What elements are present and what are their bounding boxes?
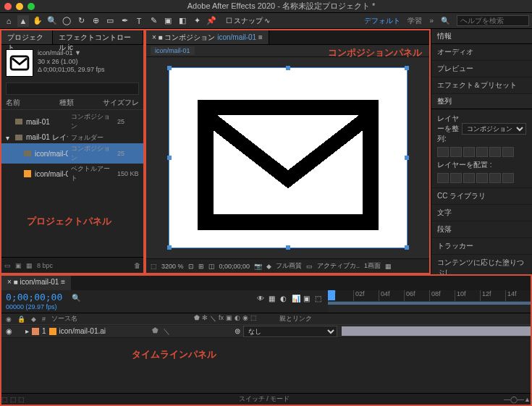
zoom-tool[interactable]: 🔍	[46, 15, 58, 27]
tab-effect-controls[interactable]: エフェクトコントロール ic	[53, 30, 143, 44]
viewer[interactable]	[146, 57, 429, 258]
help-search[interactable]	[457, 15, 529, 26]
panel-paragraph[interactable]: 段落	[431, 221, 532, 238]
shy-toggle[interactable]: ⬟	[152, 326, 159, 337]
trash-icon[interactable]: 🗑	[134, 262, 140, 269]
playhead[interactable]	[328, 290, 335, 300]
panel-preview[interactable]: プレビュー	[431, 61, 532, 77]
pickwhip-icon[interactable]: ⊚	[235, 327, 240, 335]
align-vcenter-icon[interactable]	[489, 147, 501, 157]
project-item[interactable]: icon/mail-01 コンポジション 25	[1, 143, 143, 164]
camera-dropdown[interactable]: アクティブカ..	[317, 261, 360, 271]
dist-6-icon[interactable]	[502, 173, 514, 183]
canvas[interactable]	[169, 67, 408, 248]
puppet-tool[interactable]: 📌	[206, 15, 217, 27]
render-icon[interactable]: ⬚	[315, 295, 324, 303]
view-options-icon[interactable]: ▦	[385, 263, 392, 270]
col-size[interactable]: サイズ	[103, 98, 124, 108]
project-item[interactable]: ▾ mail-01 レイヤー フォルダー	[1, 132, 143, 143]
frame-blend-icon[interactable]: ▦	[269, 295, 277, 303]
close-window-button[interactable]	[4, 3, 12, 10]
align-top-icon[interactable]	[476, 147, 488, 157]
parent-col[interactable]: 親とリンク	[279, 314, 337, 323]
workspace-more[interactable]: »	[429, 17, 434, 25]
zoom-value[interactable]: 3200 %	[161, 263, 184, 270]
bpc-label[interactable]: 8 bpc	[37, 262, 53, 269]
time-display[interactable]: 0;00;00;00	[219, 263, 250, 270]
brush-tool[interactable]: ✎	[148, 15, 159, 27]
new-comp-icon[interactable]: ▦	[26, 262, 33, 269]
parent-select[interactable]: なし	[243, 326, 337, 337]
selection-tool[interactable]: ▲	[17, 15, 29, 27]
project-search[interactable]	[6, 83, 139, 95]
views-dropdown[interactable]: 1画面	[364, 261, 381, 271]
hand-tool[interactable]: ✋	[32, 15, 43, 27]
workspace-default[interactable]: デフォルト	[364, 16, 400, 26]
magnify-icon[interactable]: ⬚	[151, 263, 157, 270]
panel-align[interactable]: 整列	[431, 94, 532, 109]
pen-tool[interactable]: ✒	[119, 15, 130, 27]
shape-tool[interactable]: ▭	[104, 15, 116, 27]
new-folder-icon[interactable]: ▣	[15, 262, 22, 269]
dist-4-icon[interactable]	[476, 173, 488, 183]
res-icon[interactable]: ⊡	[188, 263, 194, 270]
exposure-icon[interactable]: ▭	[306, 263, 313, 270]
col-fr[interactable]: フレ	[124, 98, 139, 108]
search-toggle-icon[interactable]: 🔍	[441, 17, 449, 25]
dist-3-icon[interactable]	[463, 173, 475, 183]
timeline-tab[interactable]: × ■ icon/mail-01 ≡	[1, 276, 71, 290]
snapshot-icon[interactable]: 📷	[254, 263, 262, 270]
quality-toggle[interactable]: ＼	[163, 326, 170, 337]
time-ruler[interactable]: 0f02f04f06f08f10f12f14f	[328, 290, 531, 302]
minimize-window-button[interactable]	[16, 3, 23, 10]
col-name[interactable]: 名前	[6, 98, 59, 108]
grid-icon[interactable]: ⊞	[198, 263, 204, 270]
align-hcenter-icon[interactable]	[450, 147, 462, 157]
align-target-select[interactable]: コンポジション	[462, 123, 526, 135]
comp-path[interactable]: icon/mail-01	[151, 46, 195, 55]
eraser-tool[interactable]: ◧	[177, 15, 188, 27]
align-right-icon[interactable]	[463, 147, 475, 157]
zoom-slider[interactable]: —◯—▲	[504, 396, 531, 403]
timecode[interactable]: 0;00;00;00	[6, 292, 62, 303]
channel-icon[interactable]: ◆	[266, 263, 271, 270]
rotate-tool[interactable]: ↻	[75, 15, 87, 27]
workspace-learn[interactable]: 学習	[408, 16, 422, 26]
timeline-layer[interactable]: ◉ ▸ 1 icon/mail-01.ai ⬟＼ ⊚ なし	[1, 325, 531, 338]
project-item[interactable]: mail-01 コンポジション 25	[1, 111, 143, 132]
mask-icon[interactable]: ◫	[208, 263, 215, 270]
motion-blur-icon[interactable]: ◐	[280, 295, 289, 303]
type-tool[interactable]: T	[133, 15, 145, 27]
draft3d-icon[interactable]: ▣	[303, 295, 312, 303]
orbit-tool[interactable]: ◯	[61, 15, 72, 27]
switch-mode-label[interactable]: スイッチ / モード	[25, 394, 504, 404]
layer-bar[interactable]	[342, 326, 531, 336]
col-type[interactable]: 種類	[59, 98, 103, 108]
tab-project[interactable]: プロジェクト	[1, 30, 53, 44]
work-area[interactable]	[328, 302, 531, 305]
project-item[interactable]: icon/mail-01.ai ベクトルアート 150 KB	[1, 164, 143, 184]
panel-character[interactable]: 文字	[431, 205, 532, 221]
dist-2-icon[interactable]	[450, 173, 462, 183]
panel-tracker[interactable]: トラッカー	[431, 238, 532, 255]
source-col[interactable]: ソース名	[51, 314, 188, 323]
anchor-tool[interactable]: ⊕	[90, 15, 101, 27]
roto-tool[interactable]: ✦	[191, 15, 203, 27]
toggle-switches[interactable]: ⬚ ⬚ ⬚	[1, 396, 25, 403]
quality-dropdown[interactable]: フル画質	[276, 261, 302, 271]
align-left-icon[interactable]	[437, 147, 449, 157]
layer-name[interactable]: icon/mail-01.ai	[59, 327, 149, 335]
align-bottom-icon[interactable]	[502, 147, 514, 157]
panel-info[interactable]: 情報	[431, 29, 532, 44]
interpret-icon[interactable]: ▭	[4, 262, 11, 269]
timeline-search-icon[interactable]: 🔍	[72, 294, 80, 302]
shy-icon[interactable]: 👁	[257, 295, 266, 303]
maximize-window-button[interactable]	[28, 3, 35, 10]
snap-toggle[interactable]: ☐ スナップ ∿	[226, 16, 270, 26]
panel-effects[interactable]: エフェクト＆プリセット	[431, 77, 532, 94]
dist-1-icon[interactable]	[437, 173, 449, 183]
tab-composition[interactable]: × ■ コンポジション icon/mail-01 ≡	[146, 30, 269, 44]
clone-tool[interactable]: ▣	[162, 15, 174, 27]
eye-toggle[interactable]: ◉	[6, 327, 12, 335]
home-icon[interactable]: ⌂	[3, 15, 14, 27]
